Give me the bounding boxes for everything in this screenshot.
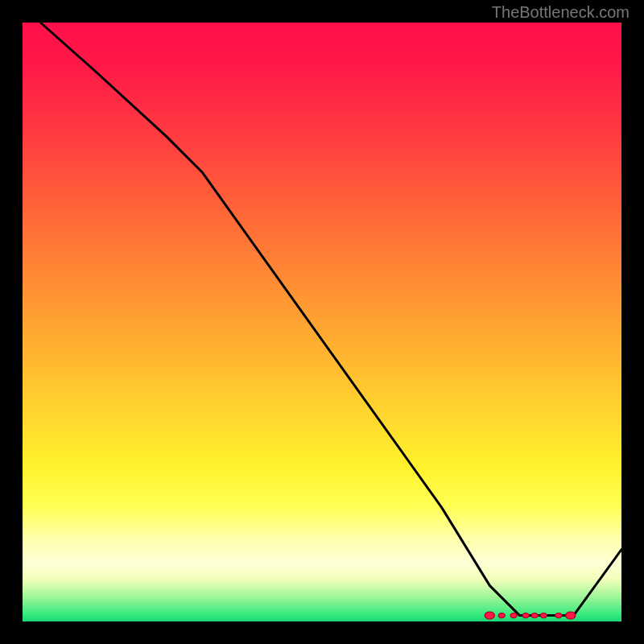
- optimum-marker: [498, 613, 505, 618]
- optimum-marker: [531, 613, 538, 618]
- optimum-marker: [485, 612, 494, 619]
- bottleneck-curve: [40, 23, 621, 616]
- optimum-marker: [566, 612, 576, 619]
- plot-area: [23, 23, 621, 621]
- optimum-marker: [510, 613, 517, 618]
- chart-container: TheBottleneck.com: [0, 0, 644, 644]
- optimum-marker: [540, 613, 547, 618]
- optimum-marker: [522, 613, 529, 618]
- chart-overlay: [23, 23, 621, 621]
- watermark-text: TheBottleneck.com: [492, 3, 630, 22]
- optimum-marker: [555, 613, 562, 618]
